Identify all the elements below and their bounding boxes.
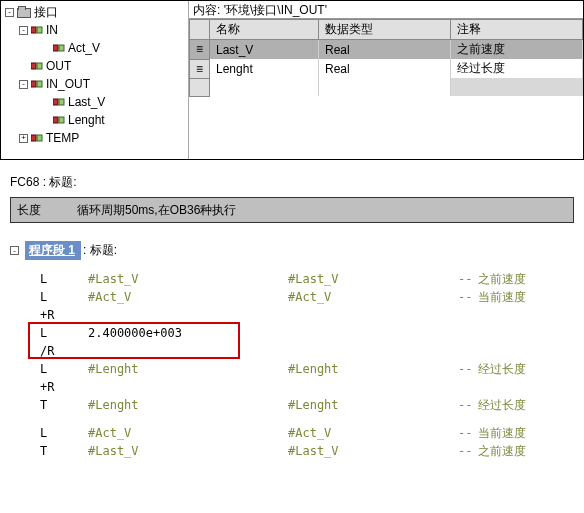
svg-rect-4 bbox=[31, 63, 36, 69]
cell-comment[interactable]: 经过长度 bbox=[450, 59, 582, 78]
code-arg: #Lenght bbox=[88, 398, 288, 412]
desc-text: 循环周期50ms,在OB36种执行 bbox=[77, 202, 236, 219]
tree-node-out[interactable]: OUT bbox=[1, 57, 188, 75]
code-arg: #Act_V bbox=[88, 290, 288, 304]
spacer bbox=[19, 62, 28, 71]
svg-rect-7 bbox=[37, 81, 42, 87]
segment-badge[interactable]: 程序段 1 bbox=[25, 241, 81, 260]
code-line[interactable]: T#Last_V#Last_V--之前速度 bbox=[10, 442, 574, 460]
svg-rect-11 bbox=[59, 117, 64, 123]
code-arg: #Lenght bbox=[88, 362, 288, 376]
tree-label: Last_V bbox=[68, 95, 105, 109]
code-area[interactable]: L#Last_V#Last_V--之前速度L#Act_V#Act_V--当前速度… bbox=[10, 270, 574, 460]
tree-label: OUT bbox=[46, 59, 71, 73]
cell-type[interactable]: Real bbox=[318, 59, 450, 78]
code-arg: #Act_V bbox=[88, 426, 288, 440]
col-type[interactable]: 数据类型 bbox=[318, 20, 450, 40]
code-symbol: #Last_V bbox=[288, 272, 458, 286]
tree-label: IN_OUT bbox=[46, 77, 90, 91]
row-marker[interactable]: ≡ bbox=[190, 59, 210, 78]
col-comment[interactable]: 注释 bbox=[450, 20, 582, 40]
var-group-icon bbox=[31, 25, 43, 35]
code-line[interactable]: L2.400000e+003 bbox=[10, 324, 574, 342]
code-line[interactable]: L#Lenght#Lenght--经过长度 bbox=[10, 360, 574, 378]
tree-node-temp[interactable]: + TEMP bbox=[1, 129, 188, 147]
var-icon bbox=[53, 115, 65, 125]
tree-node-in[interactable]: - IN bbox=[1, 21, 188, 39]
code-comment: --之前速度 bbox=[458, 443, 526, 460]
cell-comment[interactable] bbox=[450, 78, 582, 96]
code-line[interactable]: L#Last_V#Last_V--之前速度 bbox=[10, 270, 574, 288]
code-op: /R bbox=[40, 344, 88, 358]
collapse-icon[interactable]: - bbox=[19, 80, 28, 89]
code-comment: --经过长度 bbox=[458, 397, 526, 414]
svg-rect-8 bbox=[53, 99, 58, 105]
col-name[interactable]: 名称 bbox=[210, 20, 319, 40]
segment-suffix: : 标题: bbox=[83, 242, 117, 259]
code-op: L bbox=[40, 272, 88, 286]
tree-leaf[interactable]: Act_V bbox=[1, 39, 188, 57]
svg-rect-5 bbox=[37, 63, 42, 69]
row-marker[interactable] bbox=[190, 78, 210, 96]
code-symbol: #Act_V bbox=[288, 290, 458, 304]
row-marker[interactable]: ≡ bbox=[190, 40, 210, 60]
cell-comment[interactable]: 之前速度 bbox=[450, 40, 582, 60]
code-line[interactable]: L#Act_V#Act_V--当前速度 bbox=[10, 424, 574, 442]
svg-rect-6 bbox=[31, 81, 36, 87]
cell-name[interactable] bbox=[210, 78, 319, 96]
code-arg: #Last_V bbox=[88, 444, 288, 458]
cell-name[interactable]: Lenght bbox=[210, 59, 319, 78]
code-arg: #Last_V bbox=[88, 272, 288, 286]
tree-label: TEMP bbox=[46, 131, 79, 145]
grid-header-row: 名称 数据类型 注释 bbox=[190, 20, 583, 40]
path-label: 内容: bbox=[193, 3, 220, 17]
tree-node-inout[interactable]: - IN_OUT bbox=[1, 75, 188, 93]
cell-type[interactable]: Real bbox=[318, 40, 450, 60]
code-line[interactable]: +R bbox=[10, 306, 574, 324]
interface-tree[interactable]: - 接口 - IN Act_V OUT - IN_OUT bbox=[1, 1, 189, 159]
svg-rect-1 bbox=[37, 27, 42, 33]
segment-header[interactable]: - 程序段 1 : 标题: bbox=[10, 241, 574, 260]
table-row[interactable]: ≡ Last_V Real 之前速度 bbox=[190, 40, 583, 60]
var-group-icon bbox=[31, 133, 43, 143]
folder-icon bbox=[17, 8, 31, 18]
code-symbol: #Lenght bbox=[288, 362, 458, 376]
tree-leaf[interactable]: Last_V bbox=[1, 93, 188, 111]
code-line[interactable]: T#Lenght#Lenght--经过长度 bbox=[10, 396, 574, 414]
tree-leaf[interactable]: Lenght bbox=[1, 111, 188, 129]
cell-type[interactable] bbox=[318, 78, 450, 96]
breadcrumb: 内容: '环境\接口\IN_OUT' bbox=[189, 1, 583, 19]
table-row[interactable]: ≡ Lenght Real 经过长度 bbox=[190, 59, 583, 78]
spacer bbox=[41, 116, 50, 125]
code-symbol: #Last_V bbox=[288, 444, 458, 458]
tree-root[interactable]: - 接口 bbox=[1, 3, 188, 21]
code-op: +R bbox=[40, 380, 88, 394]
table-row[interactable] bbox=[190, 78, 583, 96]
var-group-icon bbox=[31, 61, 43, 71]
spacer bbox=[41, 44, 50, 53]
code-comment: --当前速度 bbox=[458, 289, 526, 306]
var-icon bbox=[53, 43, 65, 53]
collapse-icon[interactable]: - bbox=[19, 26, 28, 35]
collapse-icon[interactable]: - bbox=[5, 8, 14, 17]
var-icon bbox=[53, 97, 65, 107]
svg-rect-13 bbox=[37, 135, 42, 141]
cell-name[interactable]: Last_V bbox=[210, 40, 319, 60]
variable-grid[interactable]: 名称 数据类型 注释 ≡ Last_V Real 之前速度 ≡ Lenght R… bbox=[189, 19, 583, 159]
code-line[interactable]: /R bbox=[10, 342, 574, 360]
code-symbol: #Act_V bbox=[288, 426, 458, 440]
tree-label: IN bbox=[46, 23, 58, 37]
tree-label: Lenght bbox=[68, 113, 105, 127]
code-op: L bbox=[40, 326, 88, 340]
path-value: '环境\接口\IN_OUT' bbox=[224, 3, 327, 17]
code-line[interactable]: L#Act_V#Act_V--当前速度 bbox=[10, 288, 574, 306]
svg-rect-0 bbox=[31, 27, 36, 33]
grid-corner bbox=[190, 20, 210, 40]
collapse-icon[interactable]: - bbox=[10, 246, 19, 255]
code-op: L bbox=[40, 362, 88, 376]
code-comment: --经过长度 bbox=[458, 361, 526, 378]
expand-icon[interactable]: + bbox=[19, 134, 28, 143]
code-line[interactable]: +R bbox=[10, 378, 574, 396]
desc-label: 长度 bbox=[17, 202, 77, 219]
tree-root-label: 接口 bbox=[34, 4, 58, 21]
